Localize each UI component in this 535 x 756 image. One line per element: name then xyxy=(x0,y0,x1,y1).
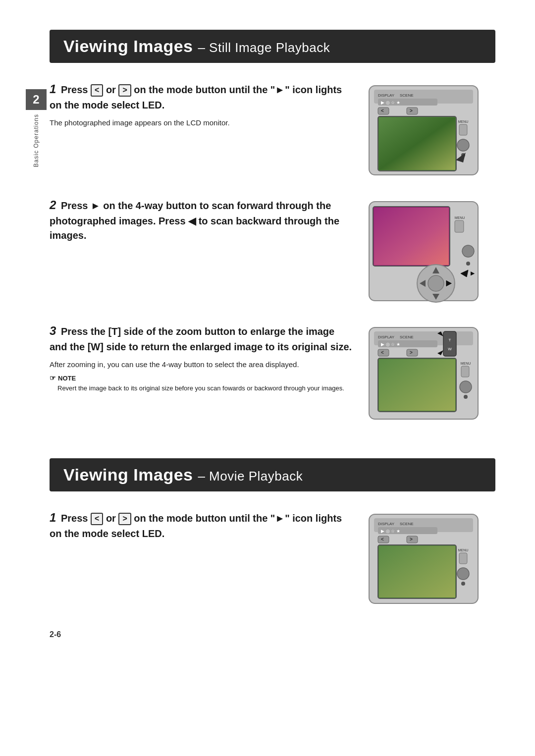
sidebar-label: Basic Operations xyxy=(33,114,40,167)
camera-diagram-3: DISPLAY SCENE ▶ ◎ ☆ ★ < > T W xyxy=(364,323,488,427)
section-still-playback: Viewing Images – Still Image Playback 1 … xyxy=(50,30,495,429)
step-3-still: 3 Press the [T] side of the zoom button … xyxy=(50,323,495,429)
step-1-camera: DISPLAY SCENE ▶ ◎ ☆ ★ < > xyxy=(364,81,495,182)
svg-text:SCENE: SCENE xyxy=(400,335,414,339)
svg-point-23 xyxy=(428,275,444,291)
svg-text:▶: ▶ xyxy=(471,270,475,276)
camera-diagram-2: MENU ▶ xyxy=(364,197,488,306)
svg-text:<: < xyxy=(381,537,384,542)
svg-rect-48 xyxy=(379,359,455,411)
svg-text:SCENE: SCENE xyxy=(400,93,414,98)
section-header-still: Viewing Images – Still Image Playback xyxy=(50,30,495,63)
btn-right-movie: > xyxy=(118,513,131,525)
svg-text:MENU: MENU xyxy=(461,362,471,365)
svg-text:>: > xyxy=(410,537,413,542)
svg-rect-64 xyxy=(379,546,455,597)
step-3-number: 3 xyxy=(50,324,56,337)
btn-left-movie: < xyxy=(91,513,103,525)
step-1-text-col: 1 Press < or > on the mode button until … xyxy=(50,81,354,182)
svg-point-31 xyxy=(466,262,470,266)
svg-text:▶ ◎ ☆ ★: ▶ ◎ ☆ ★ xyxy=(381,529,400,534)
svg-text:DISPLAY: DISPLAY xyxy=(378,522,395,526)
step-1-still: 1 Press < or > on the mode button until … xyxy=(50,81,495,182)
btn-left-1: < xyxy=(91,84,103,97)
section-title-still: Viewing Images – Still Image Playback xyxy=(63,37,482,56)
step-2-number: 2 xyxy=(50,198,56,212)
step-1-movie-camera: DISPLAY SCENE ▶ ◎ ☆ ★ < > xyxy=(364,509,495,610)
svg-rect-11 xyxy=(379,117,455,170)
svg-text:T: T xyxy=(449,338,451,342)
svg-point-14 xyxy=(457,139,469,151)
svg-rect-13 xyxy=(459,124,467,135)
note-label: ☞ NOTE xyxy=(50,374,354,382)
svg-point-68 xyxy=(461,582,465,586)
svg-point-52 xyxy=(464,395,468,399)
page-number: 2-6 xyxy=(50,630,495,639)
step-1-movie-text-col: 1 Press < or > on the mode button until … xyxy=(50,509,354,610)
svg-text:>: > xyxy=(410,108,413,113)
svg-text:MENU: MENU xyxy=(458,120,469,123)
camera-diagram-1: DISPLAY SCENE ▶ ◎ ☆ ★ < > xyxy=(364,81,488,180)
svg-text:▶ ◎ ☆ ★: ▶ ◎ ☆ ★ xyxy=(381,100,400,105)
section-header-movie: Viewing Images – Movie Playback xyxy=(50,458,495,491)
step-3-note: ☞ NOTE Revert the image back to its orig… xyxy=(50,374,354,393)
svg-text:MENU: MENU xyxy=(455,216,465,219)
svg-rect-42 xyxy=(443,331,456,356)
svg-point-67 xyxy=(457,568,469,580)
section-title-movie: Viewing Images – Movie Playback xyxy=(63,465,482,485)
chapter-number: 2 xyxy=(26,89,47,110)
svg-text:DISPLAY: DISPLAY xyxy=(378,93,395,98)
note-icon: ☞ xyxy=(50,374,56,382)
svg-point-30 xyxy=(462,245,474,257)
svg-text:<: < xyxy=(381,108,384,113)
svg-point-51 xyxy=(460,381,472,393)
step-3-camera: DISPLAY SCENE ▶ ◎ ☆ ★ < > T W xyxy=(364,323,495,429)
section-gap xyxy=(50,443,495,458)
note-text: Revert the image back to its original si… xyxy=(50,384,354,393)
step-2-text-col: 2 Press ► on the 4-way button to scan fo… xyxy=(50,197,354,308)
page-container: 2 Basic Operations Viewing Images – Stil… xyxy=(0,0,535,669)
btn-right-1: > xyxy=(118,84,131,97)
svg-rect-19 xyxy=(374,208,449,265)
svg-text:SCENE: SCENE xyxy=(400,522,414,526)
svg-text:MENU: MENU xyxy=(458,548,469,552)
svg-text:DISPLAY: DISPLAY xyxy=(378,335,395,339)
step-2-still: 2 Press ► on the 4-way button to scan fo… xyxy=(50,197,495,308)
svg-text:>: > xyxy=(410,350,413,355)
svg-text:W: W xyxy=(448,347,452,351)
step-1-movie-number: 1 xyxy=(50,511,56,524)
step-3-text-col: 3 Press the [T] side of the zoom button … xyxy=(50,323,354,429)
step-1-number: 1 xyxy=(50,82,56,96)
section-movie-playback: Viewing Images – Movie Playback 1 Press … xyxy=(50,458,495,610)
camera-diagram-movie-1: DISPLAY SCENE ▶ ◎ ☆ ★ < > xyxy=(364,509,488,608)
step-2-text: 2 Press ► on the 4-way button to scan fo… xyxy=(50,197,354,243)
step-1-movie: 1 Press < or > on the mode button until … xyxy=(50,509,495,610)
step-1-text: 1 Press < or > on the mode button until … xyxy=(50,81,354,112)
step-2-camera: MENU ▶ xyxy=(364,197,495,308)
svg-rect-50 xyxy=(461,366,469,377)
svg-rect-21 xyxy=(455,220,464,232)
left-sidebar: 2 Basic Operations xyxy=(26,89,47,167)
svg-text:▶ ◎ ☆ ★: ▶ ◎ ☆ ★ xyxy=(381,342,400,347)
step-1-movie-text: 1 Press < or > on the mode button until … xyxy=(50,509,354,541)
svg-rect-66 xyxy=(459,553,467,564)
svg-text:<: < xyxy=(381,350,384,355)
step-3-subtext: After zooming in, you can use the 4-way … xyxy=(50,359,354,371)
step-3-text: 3 Press the [T] side of the zoom button … xyxy=(50,323,354,354)
step-1-subtext: The photographed image appears on the LC… xyxy=(50,117,354,129)
